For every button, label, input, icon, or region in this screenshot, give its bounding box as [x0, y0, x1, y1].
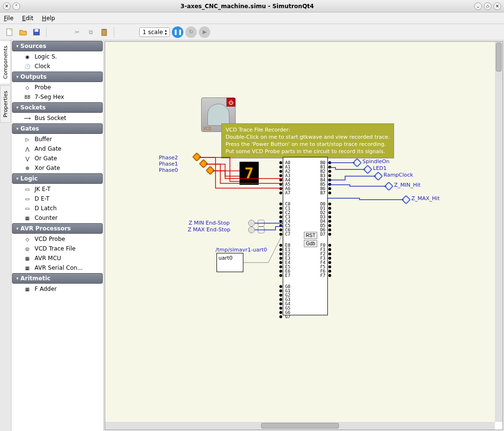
- tree-item[interactable]: ▷Buffer: [12, 134, 103, 144]
- gdb-button[interactable]: Gdb: [304, 240, 317, 247]
- maximize-icon[interactable]: ◇: [484, 2, 492, 10]
- pin-dot[interactable]: [279, 216, 282, 218]
- pin-dot[interactable]: [279, 174, 282, 177]
- pin-dot[interactable]: [328, 265, 331, 268]
- paste-icon[interactable]: [98, 26, 110, 38]
- pin-dot[interactable]: [328, 187, 331, 190]
- group-header-avr-processors[interactable]: AVR Processors: [12, 223, 103, 234]
- power-icon[interactable]: ⏻: [227, 98, 235, 107]
- pin-dot[interactable]: [279, 307, 282, 310]
- minimize-icon[interactable]: ⌄: [474, 2, 482, 10]
- zmaxhit-probe[interactable]: [401, 195, 411, 204]
- pin-dot[interactable]: [328, 252, 331, 255]
- rollup-icon[interactable]: ⌃: [12, 2, 20, 10]
- tree-item[interactable]: ▭D E-T: [12, 194, 103, 204]
- mcu-chip[interactable]: RST Gdb A0A1A2A3A4A5A6A7C0C1C2C3C4C5C6C7…: [283, 157, 328, 315]
- tree-item[interactable]: 🕓Clock: [12, 61, 103, 71]
- pin-dot[interactable]: [328, 220, 331, 223]
- pin-dot[interactable]: [279, 302, 282, 305]
- pin-dot[interactable]: [328, 207, 331, 210]
- save-file-icon[interactable]: [31, 26, 42, 38]
- pin-dot[interactable]: [279, 233, 282, 236]
- pin-dot[interactable]: [279, 294, 282, 297]
- rst-button[interactable]: RST: [304, 232, 317, 239]
- pin-dot[interactable]: [279, 179, 282, 181]
- pin-dot[interactable]: [328, 179, 331, 181]
- phase2-led[interactable]: [192, 152, 202, 162]
- pin-dot[interactable]: [279, 211, 282, 214]
- pin-dot[interactable]: [279, 248, 282, 251]
- group-header-sockets[interactable]: Sockets: [12, 102, 103, 113]
- step-button[interactable]: ↻: [185, 26, 197, 38]
- group-header-sources[interactable]: Sources: [12, 41, 103, 51]
- new-file-icon[interactable]: [4, 26, 15, 38]
- rampclock-probe[interactable]: [373, 171, 383, 181]
- group-header-outputs[interactable]: Outputs: [12, 72, 103, 82]
- pin-dot[interactable]: [279, 270, 282, 273]
- pin-dot[interactable]: [328, 183, 331, 186]
- pin-dot[interactable]: [279, 261, 282, 264]
- pin-dot[interactable]: [279, 244, 282, 247]
- pin-dot[interactable]: [328, 174, 331, 177]
- pin-dot[interactable]: [328, 233, 331, 236]
- tree-item[interactable]: ▦AVR Serial Con...: [12, 263, 103, 273]
- pin-dot[interactable]: [279, 265, 282, 268]
- group-header-aritmetic[interactable]: Aritmetic: [12, 273, 103, 284]
- z-min-switch[interactable]: [248, 220, 255, 227]
- phase1-led[interactable]: [199, 159, 208, 168]
- pin-dot[interactable]: [279, 285, 282, 288]
- pin-dot[interactable]: [279, 161, 282, 164]
- tree-item[interactable]: ◇VCD Probe: [12, 234, 103, 244]
- phase0-led[interactable]: [205, 166, 215, 175]
- tree-item[interactable]: ▦Counter: [12, 213, 103, 223]
- pin-dot[interactable]: [328, 166, 331, 168]
- tree-item[interactable]: ▭D Latch: [12, 204, 103, 213]
- tree-item[interactable]: ▦AVR MCU: [12, 253, 103, 263]
- pin-dot[interactable]: [328, 224, 331, 227]
- uart-box[interactable]: uart0: [216, 253, 243, 272]
- led1-probe[interactable]: [363, 165, 372, 174]
- tree-item[interactable]: 887-Seg Hex: [12, 92, 103, 102]
- pin-dot[interactable]: [328, 192, 331, 194]
- pin-dot[interactable]: [328, 261, 331, 264]
- tree-item[interactable]: ⟿Bus Socket: [12, 113, 103, 123]
- pin-dot[interactable]: [328, 211, 331, 214]
- pin-dot[interactable]: [279, 228, 282, 231]
- tree-item[interactable]: ⊕Xor Gate: [12, 163, 103, 173]
- open-file-icon[interactable]: [17, 26, 29, 38]
- pin-dot[interactable]: [328, 228, 331, 231]
- seven-segment[interactable]: 7: [240, 162, 259, 185]
- pin-dot[interactable]: [279, 224, 282, 227]
- pin-dot[interactable]: [279, 311, 282, 314]
- pin-dot[interactable]: [328, 161, 331, 164]
- cut-icon[interactable]: ✂: [72, 26, 83, 38]
- menu-edit[interactable]: Edit: [22, 15, 33, 22]
- pin-dot[interactable]: [279, 252, 282, 255]
- pin-dot[interactable]: [328, 248, 331, 251]
- menu-help[interactable]: Help: [42, 15, 55, 22]
- tree-item[interactable]: ▦F Adder: [12, 284, 103, 294]
- play-button[interactable]: ▶: [199, 26, 210, 38]
- tab-components[interactable]: Components: [0, 40, 11, 84]
- pin-dot[interactable]: [279, 220, 282, 223]
- pin-dot[interactable]: [328, 244, 331, 247]
- pin-dot[interactable]: [279, 192, 282, 194]
- pin-dot[interactable]: [328, 270, 331, 273]
- scale-selector[interactable]: 1 scale ▴▾: [139, 27, 170, 37]
- pin-dot[interactable]: [279, 207, 282, 210]
- pin-dot[interactable]: [279, 170, 282, 173]
- pin-dot[interactable]: [328, 216, 331, 218]
- pin-dot[interactable]: [328, 257, 331, 260]
- app-menu-icon[interactable]: ✕: [3, 2, 11, 10]
- pin-dot[interactable]: [328, 170, 331, 173]
- tree-item[interactable]: ◇Probe: [12, 83, 103, 92]
- tree-item[interactable]: ⋀And Gate: [12, 144, 103, 154]
- spindleon-probe[interactable]: [352, 158, 362, 168]
- pin-dot[interactable]: [279, 203, 282, 205]
- pin-dot[interactable]: [328, 203, 331, 205]
- tree-item[interactable]: ◎VCD Trace File: [12, 244, 103, 253]
- tree-item[interactable]: ▭JK E-T: [12, 184, 103, 194]
- tab-properties[interactable]: Properties: [0, 85, 11, 123]
- pin-dot[interactable]: [279, 183, 282, 186]
- tree-item[interactable]: ⋁Or Gate: [12, 154, 103, 163]
